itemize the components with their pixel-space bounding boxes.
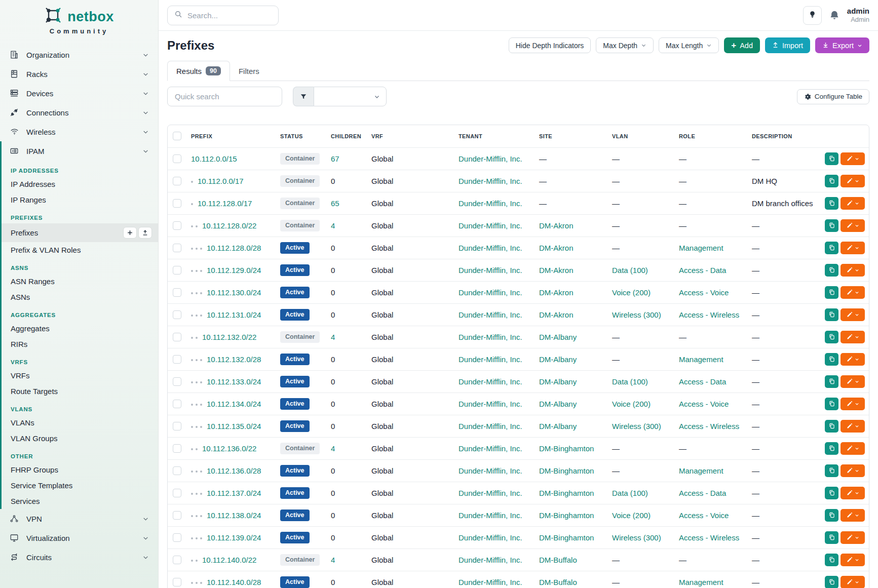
sidebar-item-ip-ranges[interactable]: IP Ranges: [2, 192, 158, 208]
vlan-link[interactable]: Voice (200): [612, 511, 651, 520]
edit-button[interactable]: [841, 554, 865, 566]
copy-button[interactable]: [825, 464, 838, 477]
tenant-link[interactable]: Dunder-Mifflin, Inc.: [459, 310, 522, 319]
role-link[interactable]: Access - Voice: [679, 400, 729, 408]
tenant-link[interactable]: Dunder-Mifflin, Inc.: [459, 578, 522, 586]
children-count-link[interactable]: 4: [331, 221, 335, 230]
row-select-checkbox[interactable]: [173, 333, 181, 341]
quick-search-input[interactable]: [167, 87, 282, 106]
site-link[interactable]: DM-Binghamton: [539, 466, 594, 475]
sidebar-item-service-templates[interactable]: Service Templates: [2, 478, 158, 493]
copy-button[interactable]: [825, 353, 838, 366]
copy-button[interactable]: [825, 286, 838, 299]
row-select-checkbox[interactable]: [173, 466, 181, 475]
row-select-checkbox[interactable]: [173, 266, 181, 275]
copy-button[interactable]: [825, 487, 838, 499]
row-select-checkbox[interactable]: [173, 444, 181, 453]
quick-add-button[interactable]: [123, 227, 137, 239]
sidebar-item-virtualization[interactable]: Virtualization: [0, 528, 158, 547]
site-link[interactable]: DM-Binghamton: [539, 533, 594, 542]
tenant-link[interactable]: Dunder-Mifflin, Inc.: [459, 466, 522, 475]
saved-filter-select[interactable]: [314, 87, 387, 106]
prefix-link[interactable]: 10.112.128.0/17: [198, 199, 252, 208]
search-input[interactable]: [187, 11, 263, 20]
tenant-link[interactable]: Dunder-Mifflin, Inc.: [459, 444, 522, 453]
tenant-link[interactable]: Dunder-Mifflin, Inc.: [459, 533, 522, 542]
prefix-link[interactable]: 10.112.132.0/28: [207, 355, 261, 364]
role-link[interactable]: Access - Data: [679, 266, 726, 275]
row-select-checkbox[interactable]: [173, 154, 181, 163]
edit-button[interactable]: [841, 197, 865, 210]
site-link[interactable]: DM-Akron: [539, 288, 574, 297]
prefix-link[interactable]: 10.112.132.0/22: [202, 333, 256, 341]
max-depth-dropdown[interactable]: Max Depth: [596, 37, 654, 53]
sidebar-item-vlans[interactable]: VLANs: [2, 415, 158, 430]
row-select-checkbox[interactable]: [173, 377, 181, 386]
role-link[interactable]: Access - Wireless: [679, 422, 739, 430]
import-button[interactable]: Import: [765, 37, 810, 53]
prefix-link[interactable]: 10.112.130.0/24: [207, 288, 261, 297]
edit-button[interactable]: [841, 264, 865, 277]
tenant-link[interactable]: Dunder-Mifflin, Inc.: [459, 154, 522, 163]
site-link[interactable]: DM-Akron: [539, 266, 574, 275]
row-select-checkbox[interactable]: [173, 422, 181, 430]
notifications-button[interactable]: [829, 10, 839, 20]
sidebar-item-vlan-groups[interactable]: VLAN Groups: [2, 430, 158, 446]
col-header-prefix[interactable]: PREFIX: [186, 125, 275, 147]
row-select-checkbox[interactable]: [173, 177, 181, 185]
role-link[interactable]: Access - Voice: [679, 511, 729, 520]
sidebar-item-connections[interactable]: Connections: [0, 103, 158, 122]
tenant-link[interactable]: Dunder-Mifflin, Inc.: [459, 400, 522, 408]
edit-button[interactable]: [841, 531, 865, 544]
hide-depth-indicators-button[interactable]: Hide Depth Indicators: [509, 37, 591, 53]
edit-button[interactable]: [841, 398, 865, 410]
prefix-link[interactable]: 10.112.134.0/24: [207, 400, 261, 408]
vlan-link[interactable]: Data (100): [612, 489, 648, 497]
prefix-link[interactable]: 10.112.129.0/24: [207, 266, 261, 275]
copy-button[interactable]: [825, 375, 838, 388]
row-select-checkbox[interactable]: [173, 489, 181, 497]
site-link[interactable]: DM-Albany: [539, 377, 577, 386]
edit-button[interactable]: [841, 331, 865, 343]
site-link[interactable]: DM-Binghamton: [539, 489, 594, 497]
copy-button[interactable]: [825, 219, 838, 232]
copy-button[interactable]: [825, 398, 838, 410]
site-link[interactable]: DM-Albany: [539, 355, 577, 364]
sidebar-item-vrfs[interactable]: VRFs: [2, 368, 158, 383]
vlan-link[interactable]: Voice (200): [612, 288, 651, 297]
sidebar-item-ipam[interactable]: IPAM: [2, 141, 158, 161]
vlan-link[interactable]: Wireless (300): [612, 533, 661, 542]
col-header-children[interactable]: CHILDREN: [326, 125, 366, 147]
site-link[interactable]: DM-Buffalo: [539, 556, 577, 564]
tenant-link[interactable]: Dunder-Mifflin, Inc.: [459, 266, 522, 275]
edit-button[interactable]: [841, 175, 865, 187]
tenant-link[interactable]: Dunder-Mifflin, Inc.: [459, 244, 522, 252]
sidebar-item-asn-ranges[interactable]: ASN Ranges: [2, 273, 158, 289]
edit-button[interactable]: [841, 286, 865, 299]
role-link[interactable]: Access - Data: [679, 489, 726, 497]
prefix-link[interactable]: 10.112.136.0/28: [207, 466, 261, 475]
edit-button[interactable]: [841, 487, 865, 499]
prefix-link[interactable]: 10.112.136.0/22: [202, 444, 256, 453]
row-select-checkbox[interactable]: [173, 310, 181, 319]
filter-button[interactable]: [293, 87, 314, 106]
role-link[interactable]: Management: [679, 355, 723, 364]
row-select-checkbox[interactable]: [173, 288, 181, 297]
sidebar-item-organization[interactable]: Organization: [0, 45, 158, 64]
role-link[interactable]: Access - Voice: [679, 288, 729, 297]
row-select-checkbox[interactable]: [173, 400, 181, 408]
role-link[interactable]: Management: [679, 466, 723, 475]
vlan-link[interactable]: Voice (200): [612, 400, 651, 408]
row-select-checkbox[interactable]: [173, 199, 181, 208]
sidebar-item-prefixes[interactable]: Prefixes: [2, 223, 158, 242]
copy-button[interactable]: [825, 331, 838, 343]
edit-button[interactable]: [841, 420, 865, 433]
row-select-checkbox[interactable]: [173, 533, 181, 542]
prefix-link[interactable]: 10.112.139.0/24: [207, 533, 261, 542]
edit-button[interactable]: [841, 353, 865, 366]
sidebar-item-devices[interactable]: Devices: [0, 84, 158, 103]
sidebar-item-vpn[interactable]: VPN: [0, 509, 158, 528]
vlan-link[interactable]: Wireless (300): [612, 422, 661, 430]
site-link[interactable]: DM-Binghamton: [539, 444, 594, 453]
sidebar-item-rirs[interactable]: RIRs: [2, 336, 158, 352]
